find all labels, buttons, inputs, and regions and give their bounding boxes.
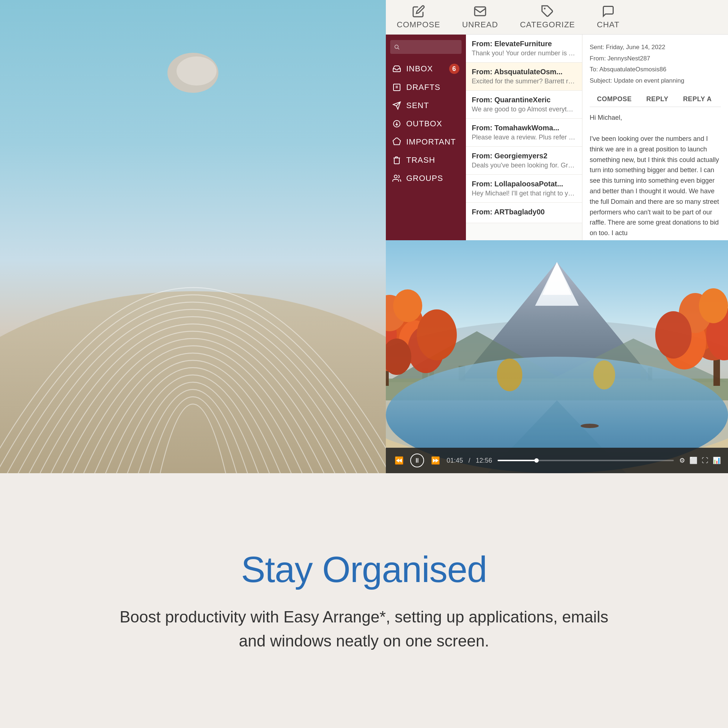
progress-bar[interactable] [498,460,674,461]
email-sender-1: From: ElevateFurniture [472,40,576,48]
email-toolbar: COMPOSE UNREAD CATEGORIZE [386,0,728,35]
mountain-scene-svg [386,240,728,473]
chat-label: CHAT [597,20,619,29]
svg-rect-4 [475,7,486,16]
groups-label: GROUPS [406,174,443,183]
pause-button[interactable]: ⏸ [410,454,424,467]
sidebar-item-inbox[interactable]: INBOX 6 [386,59,466,78]
email-item-1[interactable]: From: ElevateFurniture Thank you! Your o… [466,35,582,63]
trash-label: TRASH [406,155,435,165]
video-area: ⏪ ⏸ ⏩ 01:45 / 12:56 ⚙ ⬜ ⛶ 📊 [386,240,728,473]
email-preview-4: Please leave a review. Plus refer friend… [472,134,576,141]
main-headline: Stay Organised [241,549,487,590]
compose-action-tab[interactable]: COMPOSE [590,92,639,107]
svg-marker-14 [393,138,401,145]
sidebar-item-trash[interactable]: TRASH [386,151,466,169]
svg-point-49 [655,311,691,359]
sidebar-item-sent[interactable]: SENT [386,96,466,115]
sent-label: SENT [406,101,429,110]
unread-icon [474,5,487,18]
zen-garden-image [0,0,386,473]
search-bar[interactable] [390,40,462,54]
volume-icon[interactable]: 📊 [713,456,721,465]
inbox-label: INBOX [406,64,433,73]
time-separator: / [468,457,470,465]
email-item-7[interactable]: From: ARTbaglady00 [466,203,582,223]
reply-action-tab[interactable]: REPLY [639,92,676,107]
video-controls: ⏪ ⏸ ⏩ 01:45 / 12:56 ⚙ ⬜ ⛶ 📊 [386,448,728,473]
svg-point-15 [394,175,397,178]
unread-label: UNREAD [462,20,498,29]
svg-point-51 [593,360,615,390]
marketing-section: Stay Organised Boost productivity with E… [0,473,728,728]
compose-icon [412,5,425,18]
email-item-4[interactable]: From: TomahawkWoma... Please leave a rev… [466,119,582,147]
current-time: 01:45 [447,457,463,465]
svg-line-7 [398,48,399,49]
email-item-3[interactable]: From: QuarantineXeric We are good to go … [466,91,582,119]
groups-icon [392,174,401,183]
chat-button[interactable]: CHAT [586,1,630,33]
zen-arcs-svg [0,0,386,473]
screenshot-area: COMPOSE UNREAD CATEGORIZE [0,0,728,473]
drafts-icon [392,83,401,92]
email-sender-2: From: AbsquatulateOsm... [472,68,576,76]
svg-point-50 [497,359,522,391]
fast-forward-button[interactable]: ⏩ [430,455,441,466]
screen-icon[interactable]: ⬜ [690,456,697,465]
email-preview-1: Thank you! Your order number is TMBQ5Q [472,49,576,57]
email-item-2[interactable]: From: AbsquatulateOsm... Excited for the… [466,63,582,91]
sub-text: Boost productivity with Easy Arrange*, s… [109,605,619,653]
sidebar-item-outbox[interactable]: OUTBOX [386,115,466,133]
svg-point-3 [177,57,217,86]
categorize-label: CATEGORIZE [520,20,575,29]
svg-point-39 [393,289,422,322]
email-client: COMPOSE UNREAD CATEGORIZE [386,0,728,240]
unread-button[interactable]: UNREAD [451,1,509,33]
email-preview-5: Deals you've been looking for. Grab 40% … [472,162,576,169]
rewind-button[interactable]: ⏪ [393,455,405,466]
outbox-icon [392,119,401,128]
sidebar-item-important[interactable]: IMPORTANT [386,133,466,151]
right-controls: ⚙ ⬜ ⛶ 📊 [679,456,721,465]
email-preview-6: Hey Michael! I'll get that right to you. [472,190,576,197]
svg-point-31 [581,424,599,428]
important-label: IMPORTANT [406,137,456,147]
email-sidebar: INBOX 6 DRAFTS [386,35,466,240]
zen-visual [0,0,386,473]
compose-label: COMPOSE [397,20,440,29]
email-meta: Sent: Friday, June 14, 2022 From: Jennys… [590,42,721,86]
email-sender-5: From: Georgiemyers2 [472,152,576,160]
email-item-6[interactable]: From: LollapaloosaPotat... Hey Michael! … [466,175,582,203]
fullscreen-icon[interactable]: ⛶ [702,457,708,465]
svg-point-6 [395,45,398,48]
svg-point-5 [544,8,546,9]
email-preview-2: Excited for the summer? Barrett rented o… [472,78,576,85]
email-meta-sent: Sent: Friday, June 14, 2022 [590,42,721,53]
svg-point-40 [417,309,457,360]
sidebar-item-drafts[interactable]: DRAFTS [386,78,466,96]
settings-icon[interactable]: ⚙ [679,456,685,465]
sent-icon [392,101,401,110]
email-sender-6: From: LollapaloosaPotat... [472,180,576,188]
email-detail-pane: Sent: Friday, June 14, 2022 From: Jennys… [583,35,728,240]
progress-fill [498,460,536,461]
email-item-5[interactable]: From: Georgiemyers2 Deals you've been lo… [466,147,582,175]
reply-all-action-tab[interactable]: REPLY A [676,92,719,107]
email-meta-from: From: JennysNest287 [590,53,721,64]
chat-icon [602,5,615,18]
progress-dot [534,458,539,463]
outbox-label: OUTBOX [406,119,442,128]
compose-button[interactable]: COMPOSE [386,1,451,33]
trash-icon [392,156,401,165]
email-preview-3: We are good to go Almost everything is r… [472,106,576,113]
email-body: INBOX 6 DRAFTS [386,35,728,240]
svg-point-48 [699,288,728,323]
sidebar-item-groups[interactable]: GROUPS [386,169,466,187]
email-sender-3: From: QuarantineXeric [472,96,576,104]
search-icon [394,44,400,50]
email-meta-to: To: AbsquatulateOsmosis86 [590,64,721,75]
inbox-badge: 6 [449,64,459,74]
categorize-button[interactable]: CATEGORIZE [509,1,586,33]
drafts-label: DRAFTS [406,83,440,92]
